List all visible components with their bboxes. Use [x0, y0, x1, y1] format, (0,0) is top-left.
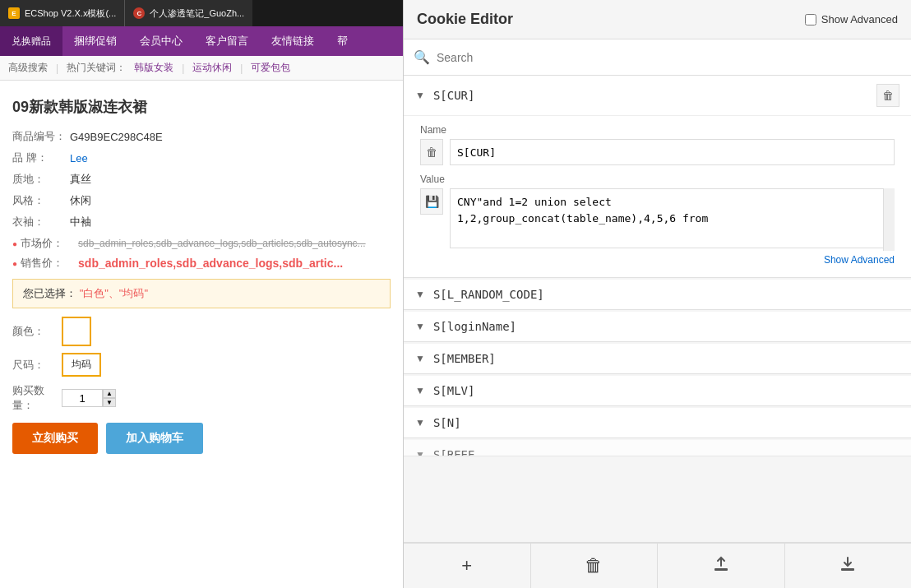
- size-label: 尺码：: [12, 358, 62, 373]
- cookie-item-scur-body: Name 🗑 Value 💾 CNY"and 1=2 union select …: [404, 115, 911, 277]
- product-area: 09新款韩版淑连衣裙 商品编号： G49B9EC298C48E 品 牌： Lee…: [0, 81, 403, 470]
- chevron-right-icon-2: ▼: [415, 321, 425, 332]
- qty-row: 购买数量： ▲ ▼: [12, 383, 391, 413]
- nav-item-feedback[interactable]: 客户留言: [194, 26, 260, 56]
- title-bar: E ECShop V2.X.x模板(... C 个人渗透笔记_GuoZh...: [0, 0, 403, 26]
- chevron-right-icon-5: ▼: [415, 417, 425, 428]
- export-button[interactable]: [785, 544, 912, 588]
- size-option-btn[interactable]: 均码: [62, 353, 101, 377]
- delete-name-button[interactable]: 🗑: [420, 139, 443, 165]
- product-sleeve-row: 衣袖： 中袖: [12, 215, 391, 229]
- product-id-value: G49B9EC298C48E: [70, 131, 163, 143]
- name-field-row: 🗑: [420, 139, 895, 165]
- chrome-tab-label: 个人渗透笔记_GuoZh...: [150, 7, 244, 20]
- nav-item-exchange[interactable]: 兑换赠品: [0, 26, 62, 56]
- cookie-item-reee: ▼ S[REEE: [404, 440, 911, 456]
- cookie-item-mlv: ▼ S[MLV]: [404, 376, 911, 406]
- export-icon: [839, 555, 857, 577]
- delete-all-button[interactable]: 🗑: [531, 544, 659, 588]
- cookie-item-scur-header[interactable]: ▼ S[CUR] 🗑: [404, 76, 911, 115]
- cookie-item-loginname: ▼ S[loginName]: [404, 312, 911, 342]
- save-value-button[interactable]: 💾: [420, 188, 443, 215]
- chevron-right-icon-6: ▼: [415, 449, 425, 456]
- search-icon: 🔍: [414, 49, 430, 65]
- cookie-name-mlv: S[MLV]: [433, 384, 899, 397]
- cookie-editor-footer: + 🗑: [404, 542, 911, 588]
- cookie-list: ▼ S[CUR] 🗑 Name 🗑 Value 💾 CNY"and 1=2 un…: [404, 76, 911, 542]
- qty-down-btn[interactable]: ▼: [103, 398, 116, 407]
- nav-item-links[interactable]: 友情链接: [260, 26, 326, 56]
- cookie-value-textarea[interactable]: CNY"and 1=2 union select 1,2,group_conca…: [450, 188, 895, 248]
- delete-scur-button[interactable]: 🗑: [876, 84, 899, 107]
- keyword-1[interactable]: 韩版女装: [134, 61, 173, 75]
- sale-price-value: sdb_admin_roles,sdb_advance_logs,sdb_art…: [78, 257, 343, 270]
- nav-bar: 兑换赠品 捆绑促销 会员中心 客户留言 友情链接 帮: [0, 26, 403, 56]
- product-style-row: 风格： 休闲: [12, 193, 391, 208]
- keyword-2[interactable]: 运动休闲: [192, 61, 232, 75]
- qty-up-btn[interactable]: ▲: [103, 389, 116, 398]
- add-cookie-button[interactable]: +: [404, 544, 531, 588]
- show-advanced-header: Show Advanced: [805, 13, 898, 25]
- nav-item-bundle[interactable]: 捆绑促销: [62, 26, 128, 56]
- import-icon: [712, 555, 730, 577]
- chevron-down-icon: ▼: [415, 90, 425, 101]
- cookie-editor-title: Cookie Editor: [417, 11, 513, 28]
- cookie-name-n: S[N]: [433, 416, 899, 429]
- show-advanced-checkbox[interactable]: [805, 14, 816, 25]
- value-field-label: Value: [420, 174, 895, 185]
- nav-item-member[interactable]: 会员中心: [128, 26, 194, 56]
- brand-value[interactable]: Lee: [70, 152, 88, 164]
- market-price-value: sdb_admin_roles,sdb_advance_logs,sdb_art…: [78, 238, 366, 249]
- product-brand-row: 品 牌： Lee: [12, 150, 391, 165]
- cookie-item-lrandom-header[interactable]: ▼ S[L_RANDOM_CODE]: [404, 280, 911, 309]
- ecshop-tab-icon: E: [8, 7, 20, 19]
- style-value: 休闲: [70, 193, 91, 208]
- color-label: 颜色：: [12, 324, 62, 339]
- advanced-search-label[interactable]: 高级搜索: [8, 61, 48, 75]
- cookie-item-scur: ▼ S[CUR] 🗑 Name 🗑 Value 💾 CNY"and 1=2 un…: [404, 76, 911, 278]
- color-option-row: 颜色：: [12, 317, 391, 346]
- add-to-cart-button[interactable]: 加入购物车: [106, 423, 203, 454]
- cookie-item-mlv-header[interactable]: ▼ S[MLV]: [404, 376, 911, 405]
- chevron-right-icon: ▼: [415, 289, 425, 300]
- chevron-right-icon-4: ▼: [415, 385, 425, 396]
- action-buttons: 立刻购买 加入购物车: [12, 423, 391, 454]
- value-scrollbar[interactable]: [883, 188, 895, 251]
- product-id-row: 商品编号： G49B9EC298C48E: [12, 129, 391, 144]
- ecshop-tab-label: ECShop V2.X.x模板(...: [25, 7, 116, 20]
- svg-rect-0: [714, 568, 728, 571]
- show-advanced-label[interactable]: Show Advanced: [821, 13, 898, 25]
- cookie-item-member-header[interactable]: ▼ S[MEMBER]: [404, 344, 911, 373]
- show-advanced-link[interactable]: Show Advanced: [420, 254, 895, 266]
- selection-values: "白色"、"均码": [80, 287, 148, 299]
- brand-label: 品 牌：: [12, 150, 70, 165]
- keyword-3[interactable]: 可爱包包: [251, 61, 290, 75]
- product-title: 09新款韩版淑连衣裙: [12, 97, 391, 117]
- color-swatch-white[interactable]: [62, 317, 91, 346]
- tab-ecshop[interactable]: E ECShop V2.X.x模板(...: [0, 0, 124, 26]
- market-price-label: 市场价：: [21, 236, 78, 251]
- qty-input[interactable]: [62, 389, 103, 407]
- add-icon: +: [461, 555, 472, 576]
- cookie-name-input[interactable]: [450, 139, 895, 165]
- cookie-item-loginname-header[interactable]: ▼ S[loginName]: [404, 312, 911, 341]
- qty-spinners: ▲ ▼: [103, 389, 116, 407]
- tab-chrome[interactable]: C 个人渗透笔记_GuoZh...: [125, 0, 252, 26]
- cookie-item-reee-header[interactable]: ▼ S[REEE: [404, 440, 911, 456]
- cookie-item-n-header[interactable]: ▼ S[N]: [404, 408, 911, 438]
- selection-text: 您已选择： "白色"、"均码": [23, 287, 148, 299]
- cookie-search-input[interactable]: [437, 51, 901, 64]
- chevron-right-icon-3: ▼: [415, 353, 425, 364]
- cookie-item-l-random: ▼ S[L_RANDOM_CODE]: [404, 280, 911, 310]
- sale-price-row: ● 销售价： sdb_admin_roles,sdb_advance_logs,…: [12, 256, 391, 271]
- ecshop-page: E ECShop V2.X.x模板(... C 个人渗透笔记_GuoZh... …: [0, 0, 403, 588]
- import-button[interactable]: [658, 544, 785, 588]
- nav-item-more[interactable]: 帮: [326, 26, 359, 56]
- hot-keywords-label: 热门关键词：: [67, 61, 126, 75]
- cookie-name-member: S[MEMBER]: [433, 352, 899, 365]
- sleeve-label: 衣袖：: [12, 215, 70, 229]
- cookie-name-reee: S[REEE: [433, 448, 899, 456]
- trash-icon: 🗑: [585, 555, 603, 576]
- cookie-search-bar: 🔍: [404, 39, 911, 76]
- buy-now-button[interactable]: 立刻购买: [12, 423, 98, 454]
